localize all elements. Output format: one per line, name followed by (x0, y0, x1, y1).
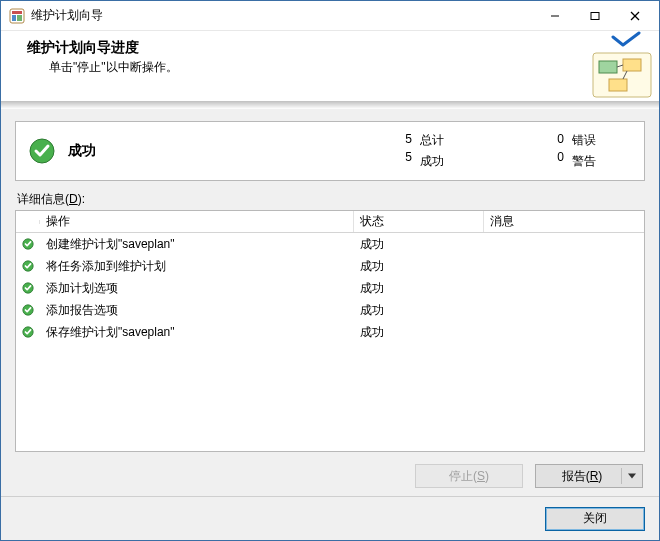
row-status: 成功 (354, 300, 484, 321)
error-count: 0 (540, 132, 564, 146)
row-success-icon (16, 323, 40, 341)
row-status: 成功 (354, 322, 484, 343)
close-window-button[interactable] (615, 2, 655, 30)
total-count: 5 (382, 132, 412, 146)
window-title: 维护计划向导 (31, 7, 103, 24)
col-operation[interactable]: 操作 (40, 211, 354, 232)
footer: 关闭 (1, 496, 659, 540)
row-operation: 保存维护计划"saveplan" (40, 322, 354, 343)
grid-header: 操作 状态 消息 (16, 211, 644, 233)
row-success-icon (16, 279, 40, 297)
table-row[interactable]: 创建维护计划"saveplan"成功 (16, 233, 644, 255)
row-operation: 添加计划选项 (40, 278, 354, 299)
col-message[interactable]: 消息 (484, 211, 644, 232)
table-row[interactable]: 添加计划选项成功 (16, 277, 644, 299)
row-message (484, 242, 644, 246)
error-label: 错误 (572, 132, 632, 149)
header: 维护计划向导进度 单击"停止"以中断操作。 (1, 31, 659, 101)
svg-rect-3 (17, 15, 22, 21)
svg-rect-10 (623, 59, 641, 71)
success-count: 5 (382, 150, 412, 164)
row-operation: 创建维护计划"saveplan" (40, 234, 354, 255)
report-button[interactable]: 报告(R) (535, 464, 643, 488)
svg-rect-1 (12, 11, 22, 14)
row-message (484, 308, 644, 312)
table-row[interactable]: 保存维护计划"saveplan"成功 (16, 321, 644, 343)
body: 成功 5 5 总计 成功 0 0 错误 警告 (1, 109, 659, 496)
svg-rect-2 (12, 15, 16, 21)
table-row[interactable]: 添加报告选项成功 (16, 299, 644, 321)
page-title: 维护计划向导进度 (27, 39, 643, 57)
warning-label: 警告 (572, 153, 632, 170)
details-grid[interactable]: 操作 状态 消息 创建维护计划"saveplan"成功将任务添加到维护计划成功添… (15, 210, 645, 452)
separator-shadow (1, 101, 659, 109)
row-success-icon (16, 257, 40, 275)
row-operation: 将任务添加到维护计划 (40, 256, 354, 277)
row-success-icon (16, 301, 40, 319)
col-icon[interactable] (16, 220, 40, 224)
page-subtitle: 单击"停止"以中断操作。 (49, 59, 643, 76)
row-message (484, 286, 644, 290)
svg-rect-11 (609, 79, 627, 91)
success-icon (28, 137, 56, 165)
maximize-button[interactable] (575, 2, 615, 30)
minimize-button[interactable] (535, 2, 575, 30)
row-operation: 添加报告选项 (40, 300, 354, 321)
button-row: 停止(S) 报告(R) (15, 452, 645, 488)
warning-count: 0 (540, 150, 564, 164)
stop-button: 停止(S) (415, 464, 523, 488)
app-icon (9, 8, 25, 24)
row-message (484, 330, 644, 334)
success-label: 成功 (420, 153, 540, 170)
row-success-icon (16, 235, 40, 253)
svg-rect-5 (591, 12, 599, 19)
close-button[interactable]: 关闭 (545, 507, 645, 531)
row-status: 成功 (354, 256, 484, 277)
titlebar: 维护计划向导 (1, 1, 659, 31)
row-status: 成功 (354, 234, 484, 255)
table-row[interactable]: 将任务添加到维护计划成功 (16, 255, 644, 277)
total-label: 总计 (420, 132, 540, 149)
row-message (484, 264, 644, 268)
svg-rect-9 (599, 61, 617, 73)
details-label: 详细信息(D): (17, 191, 643, 208)
summary-status: 成功 (68, 142, 96, 160)
summary-panel: 成功 5 5 总计 成功 0 0 错误 警告 (15, 121, 645, 181)
summary-counts: 5 5 总计 成功 0 0 错误 警告 (108, 132, 632, 170)
header-illustration (579, 31, 659, 101)
dialog-window: 维护计划向导 维护计划向导进度 单击"停止"以中断操作。 (0, 0, 660, 541)
col-status[interactable]: 状态 (354, 211, 484, 232)
row-status: 成功 (354, 278, 484, 299)
